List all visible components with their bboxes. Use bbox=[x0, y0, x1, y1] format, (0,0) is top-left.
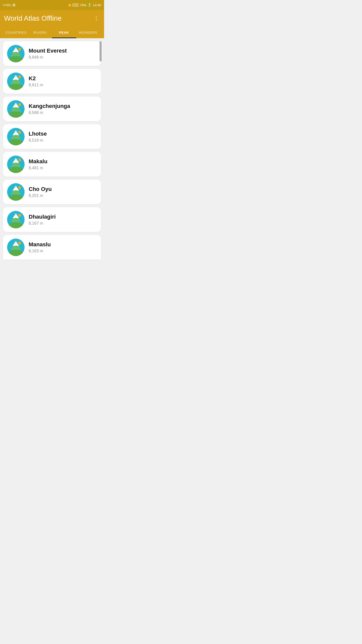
peak-info: Lhotse 8,516 m bbox=[29, 131, 47, 143]
peak-height: 8,201 m bbox=[29, 193, 52, 198]
list-item[interactable]: K2 8,611 m bbox=[3, 69, 101, 94]
list-item[interactable]: Cho Oyu 8,201 m bbox=[3, 180, 101, 204]
list-item[interactable]: Manaslu 8,163 m bbox=[3, 235, 101, 260]
scrollbar-track[interactable] bbox=[100, 41, 102, 260]
battery-icon: 🔋 bbox=[87, 3, 92, 7]
image-icon: 🖼 bbox=[13, 4, 15, 7]
app-bar: World Atlas Offline ⋮ COUNTRIES RIVERS P… bbox=[0, 10, 104, 38]
peak-name: Dhaulagiri bbox=[29, 214, 56, 220]
peak-height: 8,481 m bbox=[29, 166, 48, 170]
mountain-icon bbox=[7, 45, 25, 62]
status-left: 0 KB/s 🖼 bbox=[3, 4, 15, 7]
mountain-icon bbox=[7, 128, 25, 145]
svg-point-23 bbox=[18, 131, 21, 134]
app-bar-top: World Atlas Offline ⋮ bbox=[4, 14, 100, 23]
peak-name: Lhotse bbox=[29, 131, 47, 137]
peak-height: 8,167 m bbox=[29, 221, 56, 226]
mountain-icon bbox=[7, 155, 25, 173]
list-item[interactable]: Lhotse 8,516 m bbox=[3, 124, 101, 149]
peak-info: Cho Oyu 8,201 m bbox=[29, 186, 52, 198]
peak-name: Mount Everest bbox=[29, 48, 67, 54]
peak-height: 8,516 m bbox=[29, 138, 47, 143]
peak-height: 8,586 m bbox=[29, 110, 70, 115]
tab-countries[interactable]: COUNTRIES bbox=[4, 28, 28, 38]
tabs-container: COUNTRIES RIVERS PEAK WONDERS bbox=[4, 28, 100, 38]
svg-point-41 bbox=[18, 214, 21, 217]
list-item[interactable]: Mount Everest 8,848 m bbox=[3, 41, 101, 66]
svg-point-11 bbox=[18, 75, 21, 78]
mountain-icon bbox=[7, 100, 25, 118]
list-item[interactable]: Kangchenjunga 8,586 m bbox=[3, 97, 101, 121]
mountain-icon bbox=[7, 238, 25, 256]
time-label: 14:40 bbox=[93, 3, 101, 7]
sim-icon: 📶 bbox=[68, 4, 71, 7]
peak-info: Mount Everest 8,848 m bbox=[29, 48, 67, 60]
peak-name: Kangchenjunga bbox=[29, 103, 70, 109]
tab-wonders[interactable]: WONDERS bbox=[76, 28, 100, 38]
scroll-container: Mount Everest 8,848 m K2 8,611 m bbox=[3, 41, 101, 260]
4g-icon: 4GE bbox=[72, 4, 78, 7]
svg-point-17 bbox=[18, 103, 21, 106]
more-options-icon[interactable]: ⋮ bbox=[93, 14, 100, 23]
list-item[interactable]: Makalu 8,481 m bbox=[3, 152, 101, 177]
peak-height: 8,611 m bbox=[29, 83, 43, 87]
peak-info: Kangchenjunga 8,586 m bbox=[29, 103, 70, 115]
peak-name: K2 bbox=[29, 75, 43, 82]
peak-info: Dhaulagiri 8,167 m bbox=[29, 214, 56, 226]
peak-height: 8,163 m bbox=[29, 249, 51, 253]
tab-rivers[interactable]: RIVERS bbox=[28, 28, 52, 38]
battery-percent: 79% bbox=[80, 3, 86, 7]
tab-peak[interactable]: PEAK bbox=[52, 28, 76, 38]
peak-name: Manaslu bbox=[29, 241, 51, 248]
kb-label: 0 KB/s bbox=[3, 4, 11, 7]
status-right: 📶 4GE 79% 🔋 14:40 bbox=[68, 3, 101, 7]
svg-point-29 bbox=[18, 158, 21, 162]
main-content: Mount Everest 8,848 m K2 8,611 m bbox=[0, 38, 104, 263]
mountain-icon bbox=[7, 183, 25, 201]
svg-point-35 bbox=[18, 186, 21, 189]
peak-info: K2 8,611 m bbox=[29, 75, 43, 87]
status-bar: 0 KB/s 🖼 📶 4GE 79% 🔋 14:40 bbox=[0, 0, 104, 10]
peak-info: Makalu 8,481 m bbox=[29, 158, 48, 170]
peak-name: Cho Oyu bbox=[29, 186, 52, 192]
peak-name: Makalu bbox=[29, 158, 48, 165]
peak-height: 8,848 m bbox=[29, 55, 67, 60]
svg-point-47 bbox=[18, 242, 21, 245]
mountain-icon bbox=[7, 72, 25, 90]
app-title: World Atlas Offline bbox=[4, 14, 62, 22]
svg-point-5 bbox=[18, 48, 21, 51]
mountain-icon bbox=[7, 211, 25, 228]
scrollbar-thumb bbox=[100, 41, 102, 61]
peak-info: Manaslu 8,163 m bbox=[29, 241, 51, 253]
list-item[interactable]: Dhaulagiri 8,167 m bbox=[3, 207, 101, 232]
